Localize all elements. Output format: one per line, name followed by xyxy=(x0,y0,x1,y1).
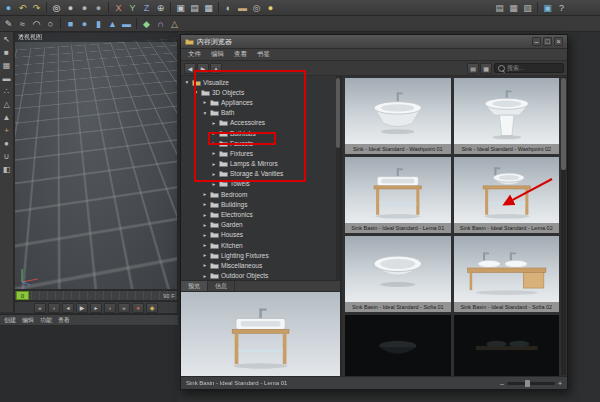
tree-item-storage-vanities[interactable]: ▸Storage & Vanities xyxy=(181,169,340,179)
next-key-button[interactable]: › xyxy=(104,303,116,313)
light-icon[interactable]: ● xyxy=(264,2,277,14)
expander-icon[interactable]: ▾ xyxy=(184,79,190,85)
browser-menu-1[interactable]: 编辑 xyxy=(206,50,229,59)
arrow-mode-icon[interactable]: ↖ xyxy=(1,34,13,46)
live-selection-icon[interactable]: ◎ xyxy=(50,2,63,14)
landscape-icon[interactable]: △ xyxy=(168,18,181,30)
asset-thumbnail[interactable]: Sink Basin - Ideal Standard - Lema 02 xyxy=(454,157,560,233)
viewport-solo-icon[interactable]: ● xyxy=(1,138,13,150)
tree-item-garden[interactable]: ▸Garden xyxy=(181,220,340,230)
move-icon[interactable]: ● xyxy=(64,2,77,14)
layout-single-view-icon[interactable]: ▤ xyxy=(493,2,506,14)
browser-menu-0[interactable]: 文件 xyxy=(183,50,206,59)
asset-thumbnail[interactable]: Sink - Ideal Standard - Washpoint 01 xyxy=(345,78,451,154)
tree-item-appliances[interactable]: ▸Appliances xyxy=(181,97,340,107)
minimize-button[interactable]: – xyxy=(532,37,541,46)
coordinate-system-icon[interactable]: ⊕ xyxy=(154,2,167,14)
tree-item-electronics[interactable]: ▸Electronics xyxy=(181,209,340,219)
environment-icon[interactable]: ◐ xyxy=(222,2,235,14)
play-button[interactable]: ▶ xyxy=(76,303,88,313)
c4d-logo-icon[interactable]: ● xyxy=(2,2,15,14)
rotate-icon[interactable]: ● xyxy=(92,2,105,14)
polygons-mode-icon[interactable]: ▲ xyxy=(1,112,13,124)
expander-icon[interactable]: ▸ xyxy=(202,191,208,197)
subdivision-surface-icon[interactable]: ◆ xyxy=(140,18,153,30)
expander-icon[interactable]: ▸ xyxy=(211,140,217,146)
render-settings-icon[interactable]: ▦ xyxy=(202,2,215,14)
floor-icon[interactable]: ▬ xyxy=(236,2,249,14)
tree-item-outdoor-objects[interactable]: ▸Outdoor Objects xyxy=(181,271,340,280)
tree-item-3d-objects[interactable]: ▾3D Objects xyxy=(181,87,340,97)
list-view-icon[interactable]: ▤ xyxy=(467,63,479,74)
expander-icon[interactable]: ▸ xyxy=(211,171,217,177)
expander-icon[interactable]: ▸ xyxy=(202,273,208,279)
sphere-icon[interactable]: ● xyxy=(78,18,91,30)
back-icon[interactable]: ◀ xyxy=(184,63,196,74)
expander-icon[interactable]: ▸ xyxy=(202,99,208,105)
asset-grid-scrollbar-thumb[interactable] xyxy=(561,78,566,170)
z-axis-icon[interactable]: Z xyxy=(140,2,153,14)
camera-icon[interactable]: ◎ xyxy=(250,2,263,14)
asset-grid-scrollbar[interactable] xyxy=(561,77,566,375)
edges-mode-icon[interactable]: △ xyxy=(1,99,13,111)
expander-icon[interactable]: ▸ xyxy=(202,201,208,207)
expander-icon[interactable]: ▸ xyxy=(211,181,217,187)
record-button[interactable]: ● xyxy=(132,303,144,313)
slider-thumb[interactable] xyxy=(525,380,530,387)
render-picture-viewer-icon[interactable]: ▤ xyxy=(188,2,201,14)
pyramid-icon[interactable]: ▲ xyxy=(106,18,119,30)
expander-icon[interactable]: ▸ xyxy=(211,130,217,136)
texture-mode-icon[interactable]: ▦ xyxy=(1,60,13,72)
expander-icon[interactable]: ▸ xyxy=(202,252,208,258)
goto-end-button[interactable]: » xyxy=(118,303,130,313)
asset-thumbnail[interactable]: Sink Basin - Ideal Standard - Sofia 01 xyxy=(345,236,451,312)
tree-item-kitchen[interactable]: ▸Kitchen xyxy=(181,240,340,250)
close-button[interactable]: × xyxy=(554,37,563,46)
expander-icon[interactable]: ▾ xyxy=(202,110,208,116)
tree-scrollbar[interactable] xyxy=(336,76,340,280)
material-menu-3[interactable]: 查看 xyxy=(58,316,70,325)
viewport[interactable]: 透视视图 xyxy=(14,32,178,290)
prev-key-button[interactable]: ‹ xyxy=(48,303,60,313)
render-view-icon[interactable]: ▣ xyxy=(174,2,187,14)
expander-icon[interactable]: ▸ xyxy=(202,222,208,228)
circle-icon[interactable]: ○ xyxy=(44,18,57,30)
asset-thumbnail[interactable]: Sink - Ideal Standard - Washpoint 02 xyxy=(454,78,560,154)
tree-item-faucets[interactable]: ▸Faucets xyxy=(181,138,340,148)
expander-icon[interactable]: ▸ xyxy=(202,212,208,218)
zoom-in-icon[interactable]: + xyxy=(558,380,562,387)
y-axis-icon[interactable]: Y xyxy=(126,2,139,14)
grid-view-icon[interactable]: ▦ xyxy=(480,63,492,74)
redo-icon[interactable]: ↷ xyxy=(30,2,43,14)
snap-icon[interactable]: ∪ xyxy=(1,151,13,163)
cylinder-icon[interactable]: ▮ xyxy=(92,18,105,30)
material-menu-1[interactable]: 编辑 xyxy=(22,316,34,325)
search-input[interactable]: 搜索... xyxy=(494,63,564,73)
tree-item-towels[interactable]: ▸Towels xyxy=(181,179,340,189)
tree-item-visualize[interactable]: ▾Visualize xyxy=(181,77,340,87)
scale-icon[interactable]: ● xyxy=(78,2,91,14)
x-axis-icon[interactable]: X xyxy=(112,2,125,14)
browser-menu-3[interactable]: 书签 xyxy=(252,50,275,59)
forward-icon[interactable]: ▶ xyxy=(197,63,209,74)
tree-item-bath[interactable]: ▾Bath xyxy=(181,108,340,118)
arc-icon[interactable]: ◠ xyxy=(30,18,43,30)
undo-icon[interactable]: ↶ xyxy=(16,2,29,14)
next-frame-button[interactable]: ▸ xyxy=(90,303,102,313)
keyframe-button[interactable]: ◆ xyxy=(146,303,158,313)
expander-icon[interactable]: ▸ xyxy=(202,262,208,268)
expander-icon[interactable]: ▸ xyxy=(211,150,217,156)
browser-menu-2[interactable]: 查看 xyxy=(229,50,252,59)
tree-item-accessoires[interactable]: ▸Accessoires xyxy=(181,118,340,128)
lock-icon[interactable]: ◧ xyxy=(1,164,13,176)
tree-item-miscellaneous[interactable]: ▸Miscellaneous xyxy=(181,260,340,270)
tree-item-houses[interactable]: ▸Houses xyxy=(181,230,340,240)
tree-scrollbar-thumb[interactable] xyxy=(336,78,340,148)
preview-tab-0[interactable]: 预览 xyxy=(181,281,208,291)
tree-item-buildings[interactable]: ▸Buildings xyxy=(181,199,340,209)
bend-deformer-icon[interactable]: ∩ xyxy=(154,18,167,30)
asset-thumbnail[interactable]: Sink Basin - Ideal Standard - Sofia 02 xyxy=(454,236,560,312)
maximize-button[interactable]: □ xyxy=(543,37,552,46)
expander-icon[interactable]: ▸ xyxy=(211,120,217,126)
layout-quad-view-icon[interactable]: ▦ xyxy=(507,2,520,14)
